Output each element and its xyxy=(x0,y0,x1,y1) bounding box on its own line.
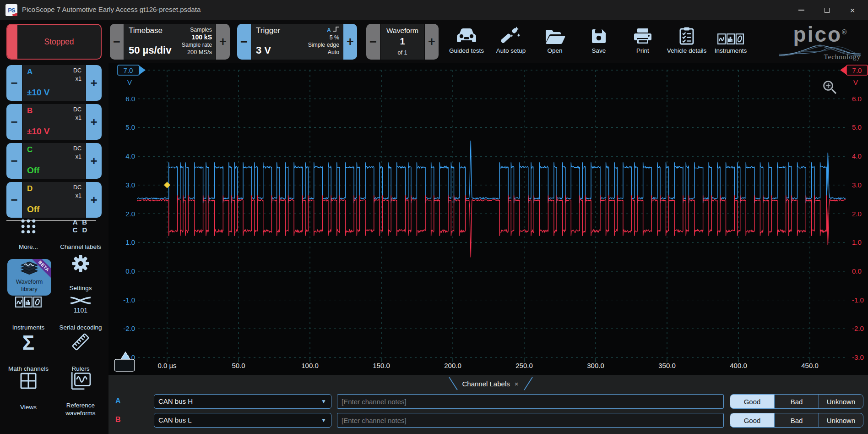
trace-can-bus-l xyxy=(137,195,846,257)
auto-setup-button[interactable]: Auto setup xyxy=(489,23,533,60)
sidebar-item-more[interactable] xyxy=(20,218,37,236)
rating-group: GoodBadUnknown xyxy=(730,394,863,409)
channel-range: ±10 V xyxy=(27,126,50,137)
sidebar-item-label[interactable]: More... xyxy=(0,243,58,251)
rating-good-button[interactable]: Good xyxy=(730,395,774,408)
channel-notes-input[interactable] xyxy=(337,394,724,409)
open-folder-icon xyxy=(544,23,565,45)
channel-c-decrease-button[interactable]: − xyxy=(6,143,22,179)
trigger-increase-button[interactable]: + xyxy=(343,24,357,60)
sidebar-item-waveform-library[interactable]: WaveformlibraryBETA xyxy=(7,259,51,296)
trigger-decrease-button[interactable]: − xyxy=(237,24,251,60)
sidebar-item-label[interactable]: Settings xyxy=(51,284,110,292)
row-channel-letter: A xyxy=(115,397,121,405)
scope-view[interactable]: 6.06.05.05.04.04.03.03.02.02.01.01.00.00… xyxy=(108,63,868,375)
channel-a-settings-button[interactable]: ADCx1±10 V xyxy=(22,65,86,101)
pico-logo: pico® Technology xyxy=(778,22,862,62)
sidebar-item-label[interactable]: Reference waveforms xyxy=(51,401,110,417)
sidebar-item-instruments[interactable] xyxy=(15,296,42,310)
rating-bad-button[interactable]: Bad xyxy=(774,413,819,427)
channel-b-settings-button[interactable]: BDCx1±10 V xyxy=(22,104,86,140)
channel-a-decrease-button[interactable]: − xyxy=(6,65,22,101)
y-tick-right: 6.0 xyxy=(852,95,862,103)
vehicle-details-button[interactable]: Vehicle details xyxy=(665,23,709,60)
start-stop-button[interactable]: Stopped xyxy=(6,24,102,60)
close-button[interactable]: × xyxy=(840,0,865,20)
open-button[interactable]: Open xyxy=(533,23,577,60)
sidebar-item-reference-waveforms[interactable] xyxy=(70,371,91,392)
sidebar-item-label[interactable]: Math channels xyxy=(0,365,58,373)
title-bar: PS PicoScope 7 Automotive Early Access g… xyxy=(0,0,868,20)
timebase-increase-button[interactable]: + xyxy=(216,24,230,60)
instruments-button[interactable]: Instruments xyxy=(709,23,753,60)
maximize-button[interactable] xyxy=(814,0,840,20)
channel-labels-tab[interactable]: Channel Labels × xyxy=(445,377,537,390)
channel-b-increase-button[interactable]: + xyxy=(86,104,102,140)
scope-plot[interactable]: 6.06.05.05.04.04.03.03.02.02.01.01.00.00… xyxy=(108,63,868,375)
sidebar-item-serial-decoding[interactable]: 1101 xyxy=(70,295,92,316)
waveform-previous-button[interactable]: − xyxy=(366,24,380,60)
save-icon xyxy=(590,23,608,45)
waveform-panel[interactable]: Waveform 1 of 1 xyxy=(380,24,424,60)
rating-group: GoodBadUnknown xyxy=(730,413,863,428)
sidebar-item-rulers[interactable] xyxy=(71,332,91,354)
samples-label: Samples xyxy=(182,26,212,33)
timebase-decrease-button[interactable]: − xyxy=(110,24,124,60)
y-tick-right: 1.0 xyxy=(852,238,862,246)
y-tick-left: -2.0 xyxy=(123,324,135,332)
channel-label-dropdown[interactable]: CAN bus H▼ xyxy=(154,394,331,409)
channel-d-increase-button[interactable]: + xyxy=(86,182,102,218)
save-button[interactable]: Save xyxy=(577,23,621,60)
sidebar-item-views[interactable] xyxy=(20,372,37,391)
sidebar-item-math-channels[interactable]: Σ xyxy=(22,334,34,352)
chevron-down-icon: ▼ xyxy=(321,417,326,423)
svg-text:1101: 1101 xyxy=(74,307,87,314)
toolbar-button-label: Vehicle details xyxy=(667,47,706,54)
channel-a-panel: −ADCx1±10 V+ xyxy=(6,65,102,101)
trigger-channel: A xyxy=(327,27,331,33)
svg-text:V: V xyxy=(853,78,858,86)
tab-close-button[interactable]: × xyxy=(514,380,520,388)
waveform-next-button[interactable]: + xyxy=(425,24,439,60)
channel-c-increase-button[interactable]: + xyxy=(86,143,102,179)
trigger-point-marker[interactable] xyxy=(164,182,170,188)
rating-bad-button[interactable]: Bad xyxy=(774,395,819,408)
sidebar-item-label[interactable]: Serial decoding xyxy=(51,324,110,331)
tab-left-slash xyxy=(448,377,458,390)
channel-a-increase-button[interactable]: + xyxy=(86,65,102,101)
guided-tests-button[interactable]: Guided tests xyxy=(445,23,488,60)
rating-unknown-button[interactable]: Unknown xyxy=(819,395,863,408)
y-tick-left: 1.0 xyxy=(125,238,135,246)
trigger-group: − Trigger 3 V A 5 % Simple edge Auto + xyxy=(237,24,357,60)
timebase-panel[interactable]: Timebase 50 µs/div Samples 100 kS Sample… xyxy=(124,24,216,60)
channel-probe: x1 xyxy=(76,76,81,82)
channel-label-dropdown[interactable]: CAN bus L▼ xyxy=(154,413,331,428)
samples-value: 100 kS xyxy=(182,33,212,41)
sidebar-item-label[interactable]: Instruments xyxy=(0,324,58,331)
rating-good-button[interactable]: Good xyxy=(730,413,774,427)
channel-a-offset-marker[interactable]: 7.0V xyxy=(118,65,146,86)
print-button[interactable]: Print xyxy=(621,23,665,60)
channel-b-decrease-button[interactable]: − xyxy=(6,104,22,140)
zoom-overview-icon[interactable] xyxy=(824,82,836,94)
close-icon: × xyxy=(850,6,855,15)
pico-logo-text: pico® xyxy=(778,22,862,45)
sample-rate-value: 200 MS/s xyxy=(182,49,212,56)
channel-d-decrease-button[interactable]: − xyxy=(6,182,22,218)
channel-d-settings-button[interactable]: DDCx1Off xyxy=(22,182,86,218)
sidebar-item-label[interactable]: Channel labels xyxy=(51,243,110,251)
sidebar-item-settings[interactable] xyxy=(72,255,89,274)
window-title: PicoScope 7 Automotive Early Access gt12… xyxy=(22,5,201,13)
minimize-button[interactable] xyxy=(788,0,814,20)
channel-c-settings-button[interactable]: CDCx1Off xyxy=(22,143,86,179)
y-tick-left: 2.0 xyxy=(125,210,135,218)
sidebar-item-channel-labels[interactable]: A BC D xyxy=(73,218,89,234)
trigger-panel[interactable]: Trigger 3 V A 5 % Simple edge Auto xyxy=(251,24,343,60)
rating-unknown-button[interactable]: Unknown xyxy=(819,413,863,427)
channel-notes-input[interactable] xyxy=(337,413,724,428)
y-tick-right: 4.0 xyxy=(852,152,862,160)
minimize-icon xyxy=(798,10,804,11)
x-tick: 250.0 xyxy=(515,362,533,369)
channel-b-offset-marker[interactable]: 7.0V xyxy=(840,65,868,86)
sidebar-item-label[interactable]: Views xyxy=(0,403,58,411)
